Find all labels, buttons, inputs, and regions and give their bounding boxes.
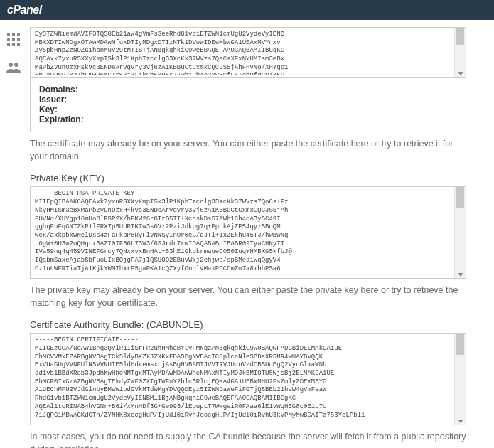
scrollbar[interactable] <box>454 187 466 278</box>
private-key-label: Private Key (KEY) <box>30 173 481 183</box>
grid-icon[interactable] <box>7 33 20 48</box>
private-key-helper-text: The private key may already be on your s… <box>30 279 466 319</box>
svg-rect-4 <box>12 38 15 41</box>
svg-rect-8 <box>17 43 20 46</box>
top-bar: cPanel <box>0 0 494 20</box>
svg-rect-5 <box>17 38 20 41</box>
issuer-label: Issuer: <box>39 95 67 105</box>
cpanel-logo: cPanel <box>7 4 42 16</box>
svg-rect-1 <box>12 33 15 36</box>
svg-rect-0 <box>7 33 10 36</box>
svg-point-10 <box>14 63 18 67</box>
key-label: Key: <box>39 105 58 114</box>
private-key-field-shell <box>30 186 466 279</box>
certificate-info-box: Domains: Issuer: Key: Expiration: <box>30 78 466 132</box>
cabundle-textarea[interactable] <box>31 334 454 422</box>
cabundle-label: Certificate Authority Bundle: (CABUNDLE) <box>30 319 481 330</box>
expiration-label: Expiration: <box>39 114 84 124</box>
scrollbar[interactable] <box>454 334 466 425</box>
cabundle-field-shell <box>30 333 466 425</box>
certificate-helper-text: The certificate may already be on your s… <box>30 132 466 173</box>
svg-rect-7 <box>12 43 15 46</box>
certificate-textarea[interactable] <box>31 28 454 75</box>
scrollbar[interactable] <box>454 28 466 77</box>
cabundle-helper-text: In most cases, you do not need to supply… <box>30 425 466 448</box>
svg-rect-6 <box>7 43 10 46</box>
svg-rect-3 <box>7 38 10 41</box>
private-key-textarea[interactable] <box>31 187 454 276</box>
svg-point-9 <box>9 63 13 67</box>
svg-rect-2 <box>17 33 20 36</box>
users-icon[interactable] <box>6 62 21 75</box>
side-nav <box>0 20 27 448</box>
certificate-field-shell <box>30 27 466 78</box>
domains-label: Domains: <box>39 85 78 95</box>
main-content: Domains: Issuer: Key: Expiration: The ce… <box>27 20 494 448</box>
